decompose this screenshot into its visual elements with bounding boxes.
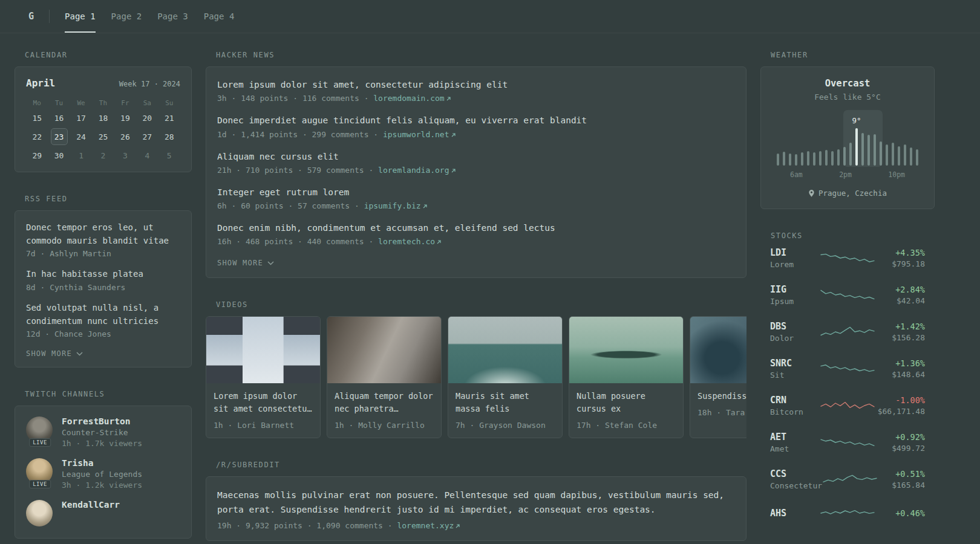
external-link-icon xyxy=(451,132,456,138)
channel-name[interactable]: Trisha xyxy=(62,458,142,468)
video-card[interactable]: Aliquam tempor dolor nec pharetra…1h · M… xyxy=(327,316,442,438)
weekday-label: Th xyxy=(94,96,111,109)
avatar: LIVE xyxy=(26,416,54,443)
stock-sparkline xyxy=(820,324,875,340)
video-card[interactable]: Lorem ipsum dolor sit amet consectetu…1h… xyxy=(206,316,321,438)
stock-symbol-block: CRNBitcorn xyxy=(770,395,820,416)
weather-bar-column xyxy=(801,152,803,166)
rss-item-title[interactable]: Sed volutpat nulla nisl, a condimentum n… xyxy=(26,302,180,328)
weekday-label: Sa xyxy=(139,96,155,109)
weather-bar xyxy=(795,154,797,166)
story-meta: 3h · 148 points · 116 comments · loremdo… xyxy=(217,94,735,103)
stock-row[interactable]: IIGIpsum+2.84%$42.04 xyxy=(760,284,935,306)
weather-bar-column: 9° xyxy=(855,128,858,166)
video-title: Aliquam tempor dolor nec pharetra… xyxy=(327,383,441,415)
weather-location[interactable]: Prague, Czechia xyxy=(771,189,924,198)
nav-tab[interactable]: Page 1 xyxy=(65,0,96,33)
calendar-weekday-row: MoTuWeThFrSaSu xyxy=(26,96,180,109)
rss-item-title[interactable]: In hac habitasse platea xyxy=(26,268,180,281)
rss-item-title[interactable]: Donec tempor eros leo, ut commodo mauris… xyxy=(26,221,180,247)
weather-bar xyxy=(898,146,900,166)
stock-chart xyxy=(820,505,875,521)
calendar-day: 20 xyxy=(139,109,155,126)
story-meta: 6h · 60 points · 57 comments · ipsumify.… xyxy=(217,201,735,210)
stock-row[interactable]: CCSConsectetur+0.51%$165.84 xyxy=(760,468,935,490)
stock-values: -1.00%$66,171.48 xyxy=(875,395,925,416)
story-meta-text: 3h · 148 points · 116 comments · xyxy=(217,94,373,103)
weather-bar xyxy=(789,154,791,166)
stocks-widget-title: STOCKS xyxy=(771,232,935,240)
chevron-down-icon xyxy=(76,352,83,356)
video-card[interactable]: Suspendisse diam18h · Tara xyxy=(690,316,746,438)
stock-row[interactable]: SNRCSit+1.36%$148.64 xyxy=(760,358,935,380)
calendar-day: 16 xyxy=(51,109,68,126)
video-thumbnail xyxy=(327,317,441,383)
hackernews-show-more-button[interactable]: SHOW MORE xyxy=(217,259,274,267)
rss-show-more-button[interactable]: SHOW MORE xyxy=(26,349,83,358)
nav-tab[interactable]: Page 2 xyxy=(111,0,142,33)
story-meta-text: 21h · 710 points · 579 comments · xyxy=(217,166,378,175)
stock-symbol-block: DBSDolor xyxy=(770,321,820,343)
calendar-day: 30 xyxy=(51,147,68,164)
stock-row[interactable]: DBSDolor+1.42%$156.28 xyxy=(760,321,935,343)
rss-widget: RSS FEED Donec tempor eros leo, ut commo… xyxy=(15,195,192,368)
top-nav: G Page 1Page 2Page 3Page 4 xyxy=(0,0,980,33)
calendar-day: 29 xyxy=(28,147,45,164)
channel-info: KendallCarr xyxy=(62,500,120,510)
story-domain-link[interactable]: loremlandia.org xyxy=(378,166,456,175)
stock-name: Sit xyxy=(770,371,820,380)
story-title[interactable]: Aliquam nec cursus elit xyxy=(217,151,735,163)
weather-bar xyxy=(867,135,870,166)
twitch-channel[interactable]: KendallCarr xyxy=(26,500,180,526)
stock-row[interactable]: CRNBitcorn-1.00%$66,171.48 xyxy=(760,395,935,416)
calendar-day: 27 xyxy=(139,128,155,145)
post-text[interactable]: Maecenas mollis pulvinar erat non posuer… xyxy=(217,488,735,516)
story-meta: 16h · 468 points · 440 comments · loremt… xyxy=(217,237,735,246)
nav-tab[interactable]: Page 3 xyxy=(157,0,188,33)
weather-bar-column xyxy=(904,144,906,166)
story-title[interactable]: Donec imperdiet augue tincidunt felis al… xyxy=(217,114,735,126)
weekday-label: Su xyxy=(161,96,178,109)
twitch-channel[interactable]: LIVEForrestBurtonCounter-Strike1h · 1.7k… xyxy=(26,416,180,448)
twitch-list: LIVEForrestBurtonCounter-Strike1h · 1.7k… xyxy=(26,416,180,526)
story-domain-link[interactable]: ipsumify.biz xyxy=(364,201,428,210)
channel-name[interactable]: ForrestBurton xyxy=(62,416,142,426)
nav-tab[interactable]: Page 4 xyxy=(204,0,235,33)
story-domain-link[interactable]: loremtech.co xyxy=(378,237,442,246)
weather-bar-column xyxy=(831,151,834,166)
story-domain-link[interactable]: loremdomain.com xyxy=(373,94,451,103)
video-card[interactable]: Nullam posuere cursus ex17h · Stefan Col… xyxy=(569,316,684,438)
stock-row[interactable]: AHS+0.46% xyxy=(760,505,935,521)
weather-bar xyxy=(807,151,809,166)
weather-bar xyxy=(849,143,852,166)
rss-item-meta: 7d · Ashlyn Martin xyxy=(26,249,180,258)
weekday-label: Fr xyxy=(117,96,134,109)
left-column: CALENDAR April Week 17 · 2024 MoTuWeThFr… xyxy=(15,51,192,544)
story-title[interactable]: Integer eget rutrum lorem xyxy=(217,186,735,198)
stock-price: $66,171.48 xyxy=(875,407,925,416)
chevron-down-icon xyxy=(267,261,274,265)
weekday-label: We xyxy=(73,96,90,109)
story-title[interactable]: Lorem ipsum dolor sit amet, consectetur … xyxy=(217,79,735,91)
channel-info: ForrestBurtonCounter-Strike1h · 1.7k vie… xyxy=(62,416,142,448)
weather-bar-column xyxy=(843,147,846,166)
twitch-channel[interactable]: LIVETrishaLeague of Legends3h · 1.2k vie… xyxy=(26,458,180,490)
calendar-day: 19 xyxy=(117,109,134,126)
calendar-card: April Week 17 · 2024 MoTuWeThFrSaSu 1516… xyxy=(15,66,192,172)
videos-row: Lorem ipsum dolor sit amet consectetu…1h… xyxy=(206,316,746,438)
weather-bar-column xyxy=(849,143,852,166)
stock-row[interactable]: AETAmet+0.92%$499.72 xyxy=(760,432,935,453)
story-domain-link[interactable]: ipsumworld.net xyxy=(383,130,456,139)
story-title[interactable]: Donec enim nibh, condimentum et accumsan… xyxy=(217,222,735,234)
video-card[interactable]: Mauris sit amet massa felis7h · Grayson … xyxy=(448,316,563,438)
video-title: Lorem ipsum dolor sit amet consectetu… xyxy=(206,383,320,415)
post-domain-link[interactable]: loremnet.xyz xyxy=(397,521,460,530)
weather-bar-column xyxy=(777,154,779,166)
stocks-list: LDILorem+4.35%$795.18IIGIpsum+2.84%$42.0… xyxy=(760,247,935,521)
video-title: Nullam posuere cursus ex xyxy=(569,383,683,415)
live-badge: LIVE xyxy=(29,480,51,488)
channel-name[interactable]: KendallCarr xyxy=(62,500,120,510)
stock-symbol-block: CCSConsectetur xyxy=(770,468,822,490)
weather-feels-like: Feels like 5°C xyxy=(771,92,924,102)
stock-row[interactable]: LDILorem+4.35%$795.18 xyxy=(760,247,935,269)
